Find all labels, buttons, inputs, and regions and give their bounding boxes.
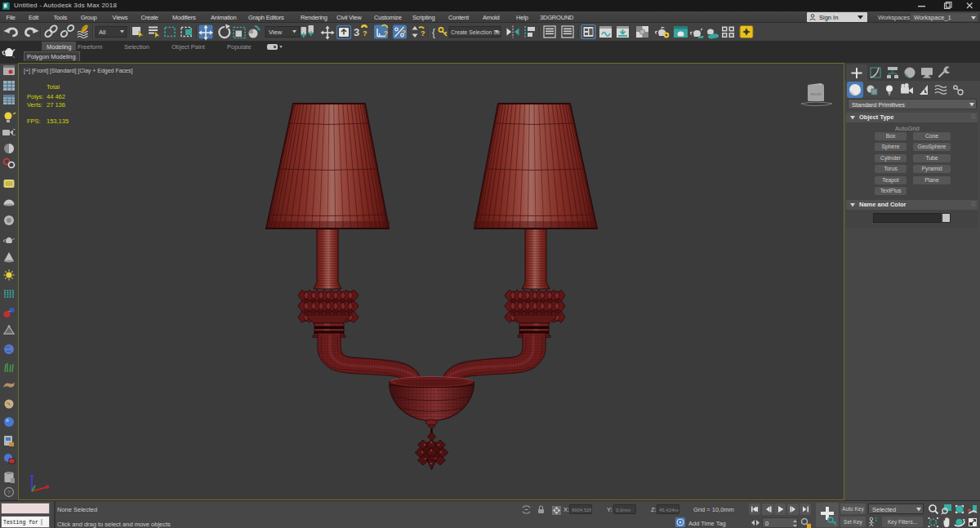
svg-text:All: All [99, 29, 106, 36]
svg-text:3: 3 [354, 26, 359, 38]
svg-text:{: { [432, 27, 435, 38]
svg-text:?: ? [402, 29, 407, 37]
svg-text:Create Selection Se: Create Selection Se [451, 29, 501, 35]
svg-text:?: ? [384, 29, 389, 38]
svg-text:?: ? [421, 29, 425, 38]
svg-text:?: ? [7, 489, 11, 496]
svg-text:View: View [269, 29, 283, 36]
svg-text:?: ? [363, 29, 368, 38]
svg-text:FRONT: FRONT [811, 92, 822, 96]
